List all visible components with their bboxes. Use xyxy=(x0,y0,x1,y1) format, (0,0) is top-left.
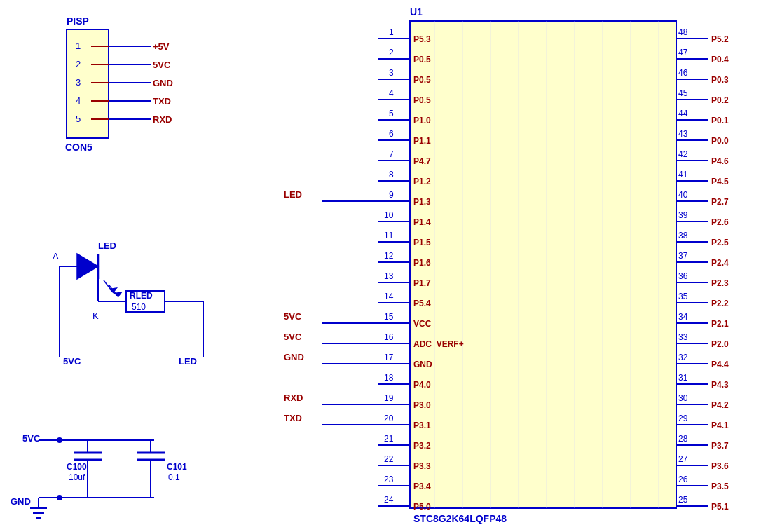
pin13-num: 13 xyxy=(384,271,394,281)
pin8-num: 8 xyxy=(389,170,394,179)
con5-label: CON5 xyxy=(65,142,92,153)
pin14-num: 14 xyxy=(384,292,394,301)
pin45-name: P0.2 xyxy=(711,95,729,105)
pin29-name: P4.1 xyxy=(711,421,729,430)
pin37-num: 37 xyxy=(678,251,688,261)
pin22-name: P3.3 xyxy=(413,461,431,471)
pin26-num: 26 xyxy=(678,475,688,484)
led-5vc-label: 5VC xyxy=(63,356,81,367)
pin11-num: 11 xyxy=(384,231,394,240)
anode-label: A xyxy=(53,251,59,261)
pin19-num: 19 xyxy=(384,393,394,403)
pin26-name: P3.5 xyxy=(711,482,729,491)
pin15-name: VCC xyxy=(413,319,432,329)
schematic-canvas: PISP 1 2 3 4 5 +5V 5VC GND TXD RXD CON5 … xyxy=(0,0,768,532)
led-anode-net: LED xyxy=(98,240,116,251)
pin9-name: P1.3 xyxy=(413,197,431,207)
pin25-num: 25 xyxy=(678,495,688,505)
pin35-num: 35 xyxy=(678,292,688,301)
pin17-num: 17 xyxy=(384,353,394,362)
pin33-num: 33 xyxy=(678,332,688,342)
pin44-name: P0.1 xyxy=(711,116,729,125)
pin36-num: 36 xyxy=(678,271,688,281)
pin16-net: 5VC xyxy=(284,332,302,342)
cathode-label: K xyxy=(92,311,99,321)
pin17-net: GND xyxy=(284,352,304,362)
cap-gnd-label: GND xyxy=(11,496,31,507)
pin5-name: P1.0 xyxy=(413,116,431,125)
pin30-name: P4.2 xyxy=(711,400,729,410)
pin3-num: 3 xyxy=(389,68,394,78)
pin2-name: P0.5 xyxy=(413,55,431,64)
pin15-net: 5VC xyxy=(284,311,302,322)
pin4-num: 4 xyxy=(389,88,394,98)
pin8-name: P1.2 xyxy=(413,177,431,186)
pin21-name: P3.2 xyxy=(413,441,431,451)
con5-pin3-num: 3 xyxy=(76,77,81,88)
pin22-num: 22 xyxy=(384,454,394,464)
pin14-name: P5.4 xyxy=(413,299,431,308)
pin31-name: P4.3 xyxy=(711,380,729,390)
pin9-num: 9 xyxy=(389,190,394,200)
c100-label: C100 xyxy=(67,462,87,472)
pin18-num: 18 xyxy=(384,373,394,383)
pin46-num: 46 xyxy=(678,68,688,78)
pin41-num: 41 xyxy=(678,170,688,179)
pin4-name: P0.5 xyxy=(413,95,431,105)
rled-label: RLED xyxy=(130,291,153,301)
pin40-num: 40 xyxy=(678,190,688,200)
pin24-num: 24 xyxy=(384,495,394,505)
pin10-num: 10 xyxy=(384,210,394,220)
pin40-name: P2.7 xyxy=(711,197,729,207)
pin7-num: 7 xyxy=(389,149,394,159)
pin41-name: P4.5 xyxy=(711,177,729,186)
pin25-name: P5.1 xyxy=(711,502,729,512)
pin24-name: P5.0 xyxy=(413,502,431,512)
pin9-net: LED xyxy=(284,189,302,200)
pin42-num: 42 xyxy=(678,149,688,159)
con5-pin4-num: 4 xyxy=(76,95,81,106)
ic-name: STC8G2K64LQFP48 xyxy=(413,513,507,524)
pin39-name: P2.6 xyxy=(711,217,729,227)
pin32-name: P4.4 xyxy=(711,360,729,369)
pin34-num: 34 xyxy=(678,312,688,322)
pin7-name: P4.7 xyxy=(413,156,431,166)
pin33-name: P2.0 xyxy=(711,339,729,349)
pin6-num: 6 xyxy=(389,129,394,139)
pin47-name: P0.4 xyxy=(711,55,729,64)
pin13-name: P1.7 xyxy=(413,278,431,288)
pin32-num: 32 xyxy=(678,353,688,362)
pin1-num: 1 xyxy=(389,27,394,37)
pin3-name: P0.5 xyxy=(413,75,431,85)
pin38-num: 38 xyxy=(678,231,688,240)
cap-gnd-junction xyxy=(57,495,62,500)
pin27-name: P3.6 xyxy=(711,461,729,471)
pin42-name: P4.6 xyxy=(711,156,729,166)
pin30-num: 30 xyxy=(678,393,688,403)
pin12-num: 12 xyxy=(384,251,394,261)
ic-ref: U1 xyxy=(410,6,423,18)
pin28-name: P3.7 xyxy=(711,441,729,451)
con5-pin5-num: 5 xyxy=(76,114,81,124)
pin18-name: P4.0 xyxy=(413,380,431,390)
cap-5vc-label: 5VC xyxy=(22,433,41,444)
pin39-num: 39 xyxy=(678,210,688,220)
pin43-num: 43 xyxy=(678,129,688,139)
con5-pin2-num: 2 xyxy=(76,59,81,69)
pin6-name: P1.1 xyxy=(413,136,431,146)
pin20-net: TXD xyxy=(284,413,302,423)
pin16-num: 16 xyxy=(384,332,394,342)
con5-signal5: RXD xyxy=(153,114,172,125)
pin44-num: 44 xyxy=(678,109,688,118)
pin28-num: 28 xyxy=(678,434,688,444)
pin10-name: P1.4 xyxy=(413,217,431,227)
rled-led-label: LED xyxy=(179,356,197,367)
pin23-name: P3.4 xyxy=(413,482,431,491)
con5-signal4: TXD xyxy=(153,96,171,107)
pin1-name: P5.3 xyxy=(413,34,431,44)
pin35-name: P2.2 xyxy=(711,299,729,308)
pin34-name: P2.1 xyxy=(711,319,729,329)
con5-signal1: +5V xyxy=(153,41,170,52)
pin37-name: P2.4 xyxy=(711,258,729,268)
pin23-num: 23 xyxy=(384,475,394,484)
